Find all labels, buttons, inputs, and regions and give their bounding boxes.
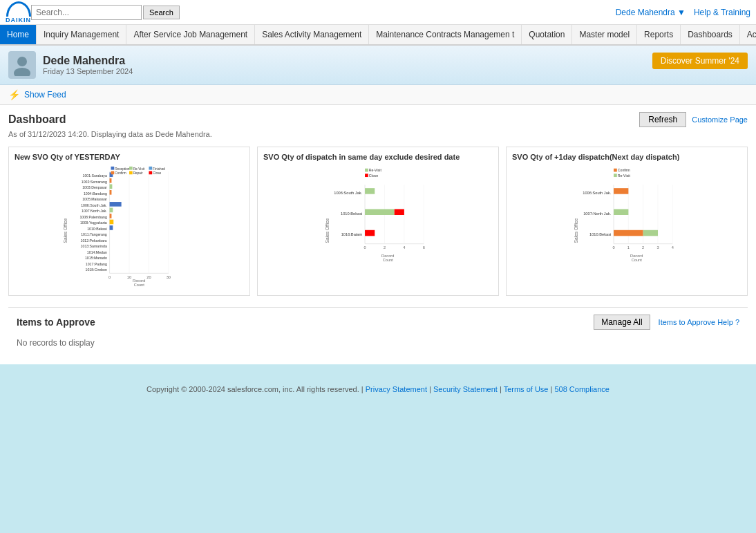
user-date: Friday 13 September 2024	[43, 67, 133, 75]
svg-text:0: 0	[363, 245, 366, 250]
dashboard-section: Dashboard Refresh Customize Page As of 3…	[0, 105, 756, 364]
svg-point-1	[14, 68, 30, 76]
chart1-title: New SVO Qty of YESTERDAY	[15, 153, 244, 161]
svg-text:4: 4	[672, 245, 674, 250]
svg-text:Re-Visit: Re-Visit	[369, 168, 382, 172]
svg-text:Close: Close	[369, 174, 378, 178]
svg-text:1008:Palembang: 1008:Palembang	[79, 215, 106, 219]
no-records-message: No records to display	[17, 335, 739, 350]
dashboard-title: Dashboard	[8, 113, 66, 126]
refresh-button[interactable]: Refresh	[639, 112, 686, 127]
approve-right: Manage All Items to Approve Help ?	[594, 315, 739, 330]
nav-master-model[interactable]: Master model	[572, 25, 637, 44]
daikin-logo: DAIKIN	[6, 1, 31, 24]
search-button[interactable]: Search	[143, 6, 180, 19]
svg-rect-10	[110, 184, 113, 189]
avatar	[8, 51, 36, 79]
nav-maintenance-contracts[interactable]: Maintenance Contracts Managemen t	[369, 25, 522, 44]
svg-text:4: 4	[403, 245, 405, 250]
show-feed-toggle[interactable]: ⚡ Show Feed	[0, 85, 756, 105]
nav-sales-activity[interactable]: Sales Activity Management	[255, 25, 369, 44]
svg-text:Confirm: Confirm	[115, 171, 126, 175]
svg-rect-14	[110, 214, 112, 218]
top-right-area: Dede Mahendra ▼ Help & Training	[616, 8, 750, 17]
svg-rect-12	[110, 202, 122, 207]
svg-rect-13	[110, 208, 113, 213]
nav-accounts[interactable]: Accounts	[740, 25, 756, 44]
svg-text:Re-Visit: Re-Visit	[133, 167, 145, 171]
chart1-inner: Sales Office	[15, 165, 244, 290]
help-training-link[interactable]: Help & Training	[694, 8, 750, 17]
footer-security-link[interactable]: Security Statement	[433, 385, 498, 393]
svg-text:6: 6	[423, 245, 425, 250]
svg-rect-78	[614, 174, 617, 177]
svg-text:Re-Visit: Re-Visit	[618, 174, 631, 178]
svg-text:1003:Denpasar: 1003:Denpasar	[82, 185, 107, 189]
svg-rect-89	[643, 230, 658, 236]
items-approve-section: Items to Approve Manage All Items to App…	[8, 307, 748, 357]
chart2-svg: Sales Office Re-Visit Close	[263, 165, 493, 290]
nav-reports[interactable]: Reports	[637, 25, 681, 44]
svg-text:2: 2	[384, 245, 386, 250]
svg-text:Close: Close	[153, 171, 161, 175]
svg-rect-46	[129, 171, 133, 175]
topbar: DAIKIN Search Dede Mahendra ▼ Help & Tra…	[0, 0, 756, 25]
svg-rect-76	[614, 169, 617, 172]
svg-text:Count: Count	[134, 283, 145, 287]
manage-all-button[interactable]: Manage All	[594, 315, 650, 330]
svg-text:Count: Count	[632, 258, 643, 262]
svg-rect-11	[110, 190, 112, 195]
svg-text:1013:Samarinda: 1013:Samarinda	[81, 244, 107, 248]
chart2-title: SVO Qty of dispatch in same day exclude …	[263, 153, 493, 161]
svg-text:Repair: Repair	[133, 171, 143, 175]
user-info: Dede Mahendra Friday 13 September 2024	[43, 55, 133, 75]
svg-rect-9	[110, 178, 112, 183]
feed-label: Show Feed	[24, 90, 66, 100]
nav-dashboards[interactable]: Dashboards	[681, 25, 740, 44]
footer-508-link[interactable]: 508 Compliance	[554, 385, 609, 393]
search-input[interactable]	[31, 5, 142, 20]
approve-header: Items to Approve Manage All Items to App…	[17, 315, 739, 330]
items-approve-help-link[interactable]: Items to Approve Help ?	[659, 318, 739, 326]
svg-text:Record: Record	[381, 254, 394, 258]
svg-point-0	[17, 57, 27, 66]
chart2-inner: Sales Office Re-Visit Close	[263, 165, 493, 290]
svg-text:20: 20	[147, 275, 151, 279]
chart3-inner: Sales Office Confirm Re-Visit	[512, 165, 741, 290]
nav-inquiry-management[interactable]: Inquiry Management	[37, 25, 126, 44]
svg-rect-63	[365, 209, 395, 215]
svg-text:1002:Semarang: 1002:Semarang	[82, 180, 107, 184]
nav-home[interactable]: Home	[0, 25, 37, 44]
navbar: Home Inquiry Management After Service Jo…	[0, 25, 756, 46]
svg-text:2: 2	[642, 245, 644, 250]
svg-text:1007:North Jak.: 1007:North Jak.	[82, 209, 107, 213]
svg-rect-50	[149, 171, 152, 175]
svg-text:Count: Count	[383, 258, 394, 262]
chart3-svg: Sales Office Confirm Re-Visit	[512, 165, 741, 290]
svg-rect-87	[614, 209, 628, 215]
daikin-text: DAIKIN	[6, 17, 31, 24]
customize-page-link[interactable]: Customize Page	[692, 115, 748, 124]
svg-rect-86	[614, 188, 628, 194]
user-name[interactable]: Dede Mahendra ▼	[616, 8, 686, 17]
nav-after-service[interactable]: After Service Job Management	[126, 25, 255, 44]
chart3-title: SVO Qty of +1day dispatch(Next day dispa…	[512, 153, 741, 161]
svg-text:1004:Bandung: 1004:Bandung	[84, 191, 107, 196]
svg-text:Sales Office: Sales Office	[574, 218, 578, 243]
svg-text:1014:Medan: 1014:Medan	[87, 250, 107, 254]
discover-button[interactable]: Discover Summer '24	[652, 53, 748, 69]
nav-quotation[interactable]: Quotation	[522, 25, 572, 44]
svg-text:1018:Cirebon: 1018:Cirebon	[86, 268, 107, 272]
svg-text:1010:Bekasi: 1010:Bekasi	[589, 232, 611, 236]
svg-text:10: 10	[127, 275, 131, 279]
footer-privacy-link[interactable]: Privacy Statement	[366, 385, 427, 393]
svg-text:Reception: Reception	[115, 167, 130, 171]
svg-rect-62	[365, 188, 375, 194]
svg-text:1011:Tangerang: 1011:Tangerang	[81, 232, 107, 236]
svg-text:Record: Record	[630, 254, 643, 258]
svg-text:1010:Bekasi: 1010:Bekasi	[341, 212, 362, 216]
footer-terms-link[interactable]: Terms of Use	[504, 385, 549, 393]
help-icon: ?	[735, 318, 739, 326]
svg-rect-40	[111, 167, 114, 170]
svg-rect-55	[365, 174, 368, 177]
